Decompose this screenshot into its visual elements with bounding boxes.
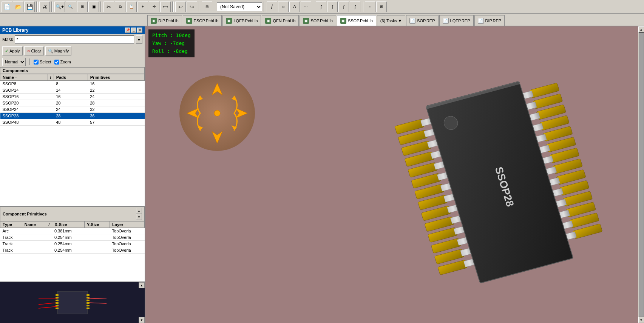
zoom-fit-btn[interactable]: ⊞ <box>77 2 88 12</box>
zoom-checkbox-label[interactable]: Zoom <box>54 60 71 65</box>
draw-circle-btn[interactable]: ○ <box>278 2 289 12</box>
tab-dip[interactable]: ▣ DIP.PcbLib <box>147 15 182 26</box>
drc-btn[interactable]: ⊞ <box>376 2 387 12</box>
table-row[interactable]: SSOP8 8 16 <box>0 81 145 87</box>
primitives-table-container[interactable]: Type Name / X-Size Y-Size Layer Arc 0.38… <box>0 221 145 281</box>
canvas-right-scrollbar[interactable]: ▲ ▼ <box>638 26 644 323</box>
apply-btn[interactable]: ✓ Apply <box>2 46 23 55</box>
pcol-xsize[interactable]: X-Size <box>52 221 85 228</box>
components-table: Name ↑ / Pads Primitives SSOP8 8 16 SSOP… <box>0 74 145 126</box>
list-item[interactable]: Arc 0.381mm TopOverla <box>0 228 145 234</box>
comp-pads: 16 <box>54 94 88 100</box>
tasks-dropdown-icon: ▼ <box>398 18 402 23</box>
scroll-up-arrow[interactable]: ▲ <box>638 26 644 32</box>
arc3-btn[interactable]: ∫ <box>338 2 349 12</box>
delete-btn[interactable]: + <box>137 2 148 12</box>
arc1-btn[interactable]: ∫ <box>316 2 326 12</box>
nav-circle[interactable] <box>176 72 259 155</box>
components-table-container[interactable]: Name ↑ / Pads Primitives SSOP8 8 16 SSOP… <box>0 74 145 206</box>
tab-esop[interactable]: ▣ ESOP.PcbLib <box>183 15 222 26</box>
open-btn[interactable]: 📂 <box>13 2 23 12</box>
select-checkbox-label[interactable]: Select <box>34 60 51 65</box>
col-name[interactable]: Name ↑ <box>0 74 48 81</box>
col-primitives[interactable]: Primitives <box>88 74 144 81</box>
tab-ssop[interactable]: ▣ SSOP.PcbLib <box>337 15 376 26</box>
primitives-scroll-down[interactable]: ▼ <box>136 214 142 220</box>
move-btn[interactable]: ✛ <box>149 2 159 12</box>
pcol-ysize[interactable]: Y-Size <box>84 221 110 228</box>
arc2-btn[interactable]: ∫ <box>327 2 338 12</box>
select-region-btn[interactable]: ▣ <box>88 2 99 12</box>
panel-title-buttons: 📌 _ ✕ <box>125 28 142 33</box>
list-item[interactable]: Track 0.254mm TopOverla <box>0 247 145 254</box>
draw-line-btn[interactable]: / <box>267 2 277 12</box>
scroll-down-arrow[interactable]: ▼ <box>638 317 644 323</box>
prim-type: Track <box>0 247 22 254</box>
minimap-scroll-up[interactable]: ▲ <box>139 282 145 288</box>
table-row[interactable]: SSOP48 48 57 <box>0 119 145 126</box>
measure-btn[interactable]: ↔ <box>365 2 375 12</box>
grid-btn[interactable]: ⊞ <box>202 2 212 12</box>
copy-btn[interactable]: ⧉ <box>115 2 125 12</box>
col-sort[interactable]: / <box>48 74 54 81</box>
zoom-in-btn[interactable]: 🔍+ <box>54 2 65 12</box>
scroll-track[interactable] <box>639 32 644 317</box>
undo-btn[interactable]: ↩ <box>175 2 186 12</box>
prim-type: Track <box>0 241 22 247</box>
cut-btn[interactable]: ✂ <box>103 2 114 12</box>
table-row[interactable]: SSOP24 24 32 <box>0 106 145 113</box>
panel-pin-btn[interactable]: 📌 <box>125 28 130 33</box>
pcol-layer[interactable]: Layer <box>110 221 145 228</box>
place-text-btn[interactable]: A <box>289 2 300 12</box>
tab-lqfp[interactable]: ▣ LQFP.PcbLib <box>222 15 261 26</box>
minimap-scroll-down[interactable]: ▼ <box>139 317 145 323</box>
tab-sop-rep[interactable]: 📄 SOP.REP <box>406 15 439 26</box>
select-checkbox[interactable] <box>34 60 39 65</box>
tab-sop[interactable]: ▣ SOP.PcbLib <box>300 15 336 26</box>
dip-label: DIP.PcbLib <box>158 18 179 23</box>
panel-minimize-btn[interactable]: _ <box>131 28 136 33</box>
zoom-checkbox[interactable] <box>54 60 59 65</box>
sep5 <box>199 2 200 12</box>
tab-lqfp-rep[interactable]: 📄 LQFP.REP <box>439 15 474 26</box>
comp-pads: 20 <box>54 100 88 106</box>
table-row[interactable]: SSOP28 28 36 <box>0 113 145 119</box>
prim-ysize <box>84 241 110 247</box>
paste-btn[interactable]: 📋 <box>126 2 137 12</box>
magnify-label: Magnify <box>54 49 69 53</box>
save-btn[interactable]: 💾 <box>24 2 35 12</box>
table-row[interactable]: SSOP20 20 28 <box>0 100 145 106</box>
col-pads[interactable]: Pads <box>54 74 88 81</box>
new-btn[interactable]: 📄 <box>2 2 12 12</box>
comp-pads: 48 <box>54 119 88 126</box>
list-item[interactable]: Track 0.254mm TopOverla <box>0 241 145 247</box>
zoom-out-btn[interactable]: 🔍- <box>66 2 76 12</box>
flip-btn[interactable]: ⟺ <box>160 2 171 12</box>
table-row[interactable]: SSOP16 16 24 <box>0 94 145 100</box>
print-btn[interactable]: 🖨 <box>39 2 50 12</box>
redo-btn[interactable]: ↪ <box>187 2 197 12</box>
magnify-btn[interactable]: 🔍 Magnify <box>45 46 72 55</box>
tasks-btn[interactable]: (6) Tasks ▼ <box>377 15 405 26</box>
ssop-label: SSOP.PcbLib <box>348 18 373 23</box>
mask-dropdown-btn[interactable]: ▼ <box>136 35 142 44</box>
primitives-scroll-up[interactable]: ▲ <box>136 208 142 214</box>
place-pad-btn[interactable]: ··· <box>301 2 311 12</box>
tab-qfn[interactable]: ▣ QFN.PcbLib <box>262 15 299 26</box>
tab-dip-rep[interactable]: 📄 DIP.REP <box>474 15 505 26</box>
svg-rect-11 <box>56 305 59 306</box>
clear-btn[interactable]: ✕ Clear <box>24 46 44 55</box>
main-canvas[interactable]: Pitch : 10deg Yaw : -7deg Roll : -8deg <box>145 26 644 323</box>
pcol-name[interactable]: Name <box>22 221 46 228</box>
prim-layer: TopOverla <box>110 228 145 234</box>
table-row[interactable]: SSOP14 14 22 <box>0 87 145 94</box>
list-item[interactable]: Track 0.254mm TopOverla <box>0 234 145 241</box>
view-select[interactable]: (Not Saved) <box>217 2 262 11</box>
arc4-btn[interactable]: ∫ <box>350 2 360 12</box>
mask-input[interactable] <box>15 35 134 44</box>
pcol-sort[interactable]: / <box>46 221 52 228</box>
mode-select[interactable]: Normal <box>2 58 26 66</box>
panel-close-btn[interactable]: ✕ <box>137 28 142 33</box>
prim-sort <box>46 234 52 241</box>
pcol-type[interactable]: Type <box>0 221 22 228</box>
